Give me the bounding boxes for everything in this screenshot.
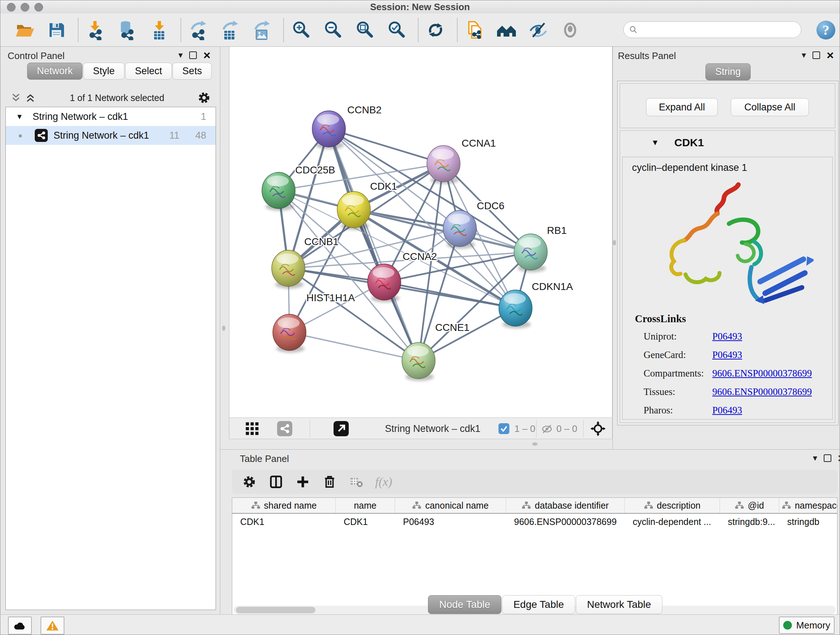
hide-selected-button[interactable] — [527, 19, 549, 41]
network-node-CDK1[interactable] — [337, 192, 370, 230]
import-table-from-file-button[interactable] — [148, 19, 171, 41]
crosslink-row: GeneCard:P06493 — [644, 349, 824, 368]
network-canvas[interactable]: CCNB2 CCNA1 CDC25B CDK1 CDC6 — [229, 47, 613, 417]
float-panel-icon[interactable] — [824, 454, 831, 462]
function-builder-button[interactable]: f(x) — [375, 475, 392, 489]
network-node-RB1[interactable] — [514, 234, 547, 272]
open-in-window-button[interactable] — [333, 421, 349, 436]
network-view-button[interactable] — [277, 421, 292, 436]
gear-icon[interactable] — [197, 91, 210, 104]
crosslink-link[interactable]: P06493 — [712, 349, 742, 361]
apply-layout-button[interactable] — [424, 19, 447, 41]
close-panel-icon[interactable]: × — [827, 51, 834, 59]
crosslink-link[interactable]: 9606.ENSP00000378699 — [712, 386, 812, 397]
grid-view-button[interactable] — [245, 421, 260, 436]
network-column-icon — [412, 501, 422, 510]
results-panel-title: Results Panel — [618, 50, 676, 62]
hidden-toggle-button[interactable] — [541, 423, 553, 435]
close-panel-icon[interactable]: × — [203, 51, 210, 59]
expand-all-chevron-icon[interactable] — [10, 92, 22, 103]
checkbox-checked-icon — [499, 423, 509, 434]
column-header-namespace[interactable]: namespace — [779, 498, 837, 513]
export-table-button[interactable] — [219, 19, 241, 41]
network-collection-row[interactable]: ▼ String Network – cdk1 1 — [6, 107, 216, 126]
tab-network[interactable]: Network — [27, 63, 82, 80]
delete-table-button-disabled[interactable] — [348, 474, 364, 490]
column-header-database-identifier[interactable]: database identifier — [506, 498, 625, 513]
crosslink-link[interactable]: P06493 — [712, 331, 742, 342]
columns-icon — [269, 475, 283, 489]
tab-style[interactable]: Style — [83, 63, 125, 80]
pan-mode-button[interactable] — [591, 421, 606, 436]
zoom-out-button[interactable] — [322, 19, 344, 41]
show-columns-button[interactable] — [268, 474, 284, 490]
column-header--id[interactable]: @id — [720, 498, 779, 513]
network-node-CDC25B[interactable] — [262, 172, 295, 211]
splitter-handle[interactable] — [532, 442, 538, 446]
trash-icon — [323, 475, 336, 489]
section-node-name: CDK1 — [674, 136, 704, 149]
results-section-header[interactable]: ▼ CDK1 — [620, 131, 835, 156]
section-expand-icon[interactable]: ▼ — [651, 138, 659, 147]
selected-nodes-checkbox[interactable] — [499, 423, 509, 434]
tab-select[interactable]: Select — [125, 63, 172, 80]
zoom-in-button[interactable] — [290, 19, 312, 41]
column-header-name[interactable]: name — [336, 498, 395, 513]
application-window: Session: New Session ? Control Panel ▾ ×… — [0, 0, 840, 635]
column-header-shared-name[interactable]: shared name — [232, 498, 336, 513]
toolbar-separator — [457, 18, 458, 42]
table-row[interactable]: CDK1CDK1P064939606.ENSP00000378699cyclin… — [232, 514, 837, 530]
network-node-CCNA2[interactable] — [368, 264, 401, 302]
import-network-from-file-button[interactable] — [84, 19, 107, 41]
tab-node-table[interactable]: Node Table — [428, 595, 501, 614]
collapse-panel-icon[interactable]: ▾ — [802, 51, 806, 59]
network-node-CCNA1[interactable] — [427, 146, 460, 184]
float-panel-icon[interactable] — [813, 51, 820, 59]
export-network-button[interactable] — [187, 19, 210, 41]
zoom-fit-button[interactable] — [354, 19, 376, 41]
open-session-button[interactable] — [13, 19, 36, 41]
splitter-handle[interactable] — [222, 325, 225, 331]
delete-column-button[interactable] — [322, 474, 338, 490]
table-body: CDK1CDK1P064939606.ENSP00000378699cyclin… — [232, 514, 837, 530]
search-input[interactable] — [641, 24, 796, 35]
tab-string[interactable]: String — [706, 63, 751, 80]
help-button[interactable]: ? — [816, 20, 836, 40]
memory-button[interactable]: Memory — [779, 616, 835, 634]
zoom-selected-button[interactable] — [385, 19, 408, 41]
network-node-CCNE1[interactable] — [402, 342, 435, 381]
network-selected-status: 1 of 1 Network selected — [36, 93, 197, 103]
network-node-CDKN1A[interactable] — [499, 290, 532, 328]
column-header-canonical-name[interactable]: canonical name — [395, 498, 506, 513]
float-panel-icon[interactable] — [189, 51, 197, 59]
save-session-button[interactable] — [45, 19, 68, 41]
tree-expand-icon[interactable]: ▼ — [16, 112, 27, 121]
first-neighbors-button[interactable] — [495, 19, 518, 41]
cloud-status-button[interactable] — [8, 616, 32, 635]
network-row-selected[interactable]: ● String Network – cdk1 11 48 — [6, 126, 216, 145]
warnings-button[interactable] — [41, 616, 65, 635]
show-all-button[interactable] — [559, 19, 581, 41]
close-panel-icon[interactable]: × — [838, 454, 840, 462]
crosslink-link[interactable]: P06493 — [712, 405, 742, 416]
splitter-handle[interactable] — [613, 240, 616, 245]
create-column-button[interactable] — [295, 474, 311, 490]
export-image-button[interactable] — [251, 19, 273, 41]
collapse-all-button[interactable]: Collapse All — [731, 98, 809, 116]
crosslink-link[interactable]: 9606.ENSP00000378699 — [712, 368, 812, 379]
tab-sets[interactable]: Sets — [172, 63, 212, 80]
new-network-from-selection-button[interactable] — [463, 19, 486, 41]
collapse-panel-icon[interactable]: ▾ — [813, 454, 817, 462]
expand-all-button[interactable]: Expand All — [646, 98, 718, 116]
collapse-all-chevron-icon[interactable] — [24, 92, 36, 103]
scrollbar-thumb[interactable] — [236, 607, 316, 613]
network-node-HIST1H1A[interactable] — [273, 314, 306, 353]
import-network-from-database-button[interactable] — [116, 19, 139, 41]
tab-edge-table[interactable]: Edge Table — [502, 595, 575, 614]
table-settings-button[interactable] — [241, 474, 257, 490]
column-header-description[interactable]: description — [625, 498, 720, 513]
network-node-CCNB1[interactable] — [272, 250, 305, 288]
table-panel-window-icons: ▾ × — [813, 454, 840, 462]
tab-network-table[interactable]: Network Table — [576, 595, 662, 614]
collapse-panel-icon[interactable]: ▾ — [178, 51, 183, 59]
